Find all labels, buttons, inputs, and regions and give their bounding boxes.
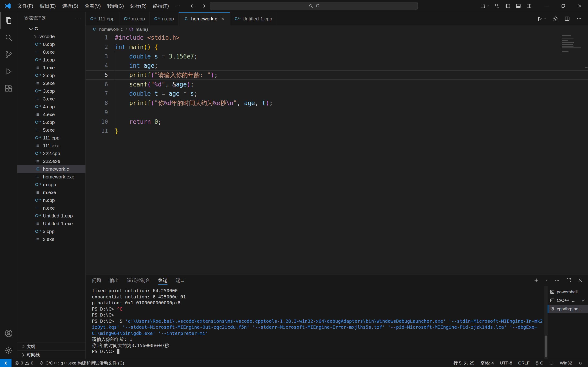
line-number[interactable]: 1 bbox=[86, 34, 108, 41]
menu-item-T[interactable]: 终端(T) bbox=[150, 1, 172, 11]
layout-panel-icon[interactable] bbox=[513, 3, 524, 9]
code-line-5[interactable]: 5 printf("请输入你的年龄: "); bbox=[86, 70, 588, 80]
tree-item-2.cpp[interactable]: C++2.cpp bbox=[17, 72, 86, 79]
layout-sidebar-left-icon[interactable] bbox=[502, 3, 513, 9]
tree-item-3.cpp[interactable]: C++3.cpp bbox=[17, 87, 86, 95]
tree-item-4.cpp[interactable]: C++4.cpp bbox=[17, 103, 86, 110]
code-editor[interactable]: 1#include <stdio.h>2int main() {3 double… bbox=[86, 33, 588, 275]
tab-homework.c[interactable]: Chomework.c bbox=[179, 12, 230, 25]
activitybar-run-debug-icon[interactable] bbox=[0, 63, 17, 80]
tree-item-111.exe[interactable]: ≡111.exe bbox=[17, 142, 86, 150]
forward-arrow-icon[interactable] bbox=[200, 3, 206, 9]
tree-item-111.cpp[interactable]: C++111.cpp bbox=[17, 134, 86, 142]
code-line-7[interactable]: 7 double t = age * s; bbox=[86, 89, 588, 98]
menu-more-icon[interactable]: ··· bbox=[172, 1, 183, 11]
minimap[interactable] bbox=[562, 35, 584, 55]
activitybar-extensions-icon[interactable] bbox=[0, 80, 17, 97]
tree-item-n.cpp[interactable]: C++n.cpp bbox=[17, 196, 86, 204]
code-line-1[interactable]: 1#include <stdio.h> bbox=[86, 33, 588, 42]
line-number[interactable]: 8 bbox=[86, 100, 108, 106]
remote-indicator[interactable] bbox=[0, 359, 11, 367]
code-line-8[interactable]: 8 printf("你%d年的时间大约为%e秒\n", age, t); bbox=[86, 98, 588, 108]
menu-item-E[interactable]: 编辑(E) bbox=[36, 1, 59, 11]
panel-tab-调试控制台[interactable]: 调试控制台 bbox=[127, 275, 150, 286]
line-number[interactable]: 5 bbox=[86, 72, 108, 78]
menu-item-S[interactable]: 选择(S) bbox=[59, 1, 82, 11]
panel-tab-终端[interactable]: 终端 bbox=[158, 275, 167, 286]
line-number[interactable]: 2 bbox=[86, 44, 108, 50]
panel-tab-问题[interactable]: 问题 bbox=[92, 275, 101, 286]
breadcrumb-file[interactable]: homework.c bbox=[99, 27, 123, 32]
tree-item-x.exe[interactable]: ≡x.exe bbox=[17, 235, 86, 243]
copilot-status[interactable] bbox=[546, 359, 557, 367]
panel-tab-输出[interactable]: 输出 bbox=[110, 275, 119, 286]
tree-item-n.exe[interactable]: ≡n.exe bbox=[17, 204, 86, 212]
terminal-instance-CC[interactable]: C/C++: ...✓ bbox=[548, 296, 588, 305]
activitybar-settings-icon[interactable] bbox=[0, 342, 17, 359]
tree-item-x.cpp[interactable]: C++x.cpp bbox=[17, 227, 86, 235]
close-panel-icon[interactable] bbox=[578, 277, 583, 283]
layout-customize-icon[interactable] bbox=[492, 3, 502, 9]
layout-sidebar-right-icon[interactable] bbox=[524, 3, 534, 9]
tab-m.cpp[interactable]: C++m.cpp bbox=[120, 12, 150, 25]
line-number[interactable]: 9 bbox=[86, 109, 108, 116]
breadcrumb-symbol[interactable]: main() bbox=[136, 27, 148, 32]
activitybar-explorer-icon[interactable] bbox=[0, 12, 17, 29]
restore-button[interactable] bbox=[555, 0, 571, 12]
more-icon[interactable] bbox=[554, 277, 560, 283]
cpp-build-status[interactable]: C/C++: g++.exe 构建和调试活动文件 (C) bbox=[36, 359, 127, 367]
code-line-4[interactable]: 4 int age; bbox=[86, 61, 588, 70]
new-terminal-icon[interactable] bbox=[534, 277, 539, 283]
code-line-2[interactable]: 2int main() { bbox=[86, 42, 588, 52]
close-button[interactable] bbox=[571, 0, 588, 12]
tree-item-homework.exe[interactable]: ≡homework.exe bbox=[17, 173, 86, 181]
explorer-more-actions-icon[interactable]: ··· bbox=[75, 16, 81, 21]
tree-item-homework.c[interactable]: Chomework.c bbox=[17, 165, 86, 173]
command-center-search[interactable]: C bbox=[210, 2, 418, 10]
tab-111.cpp[interactable]: C++111.cpp bbox=[86, 12, 120, 25]
activitybar-source-control-icon[interactable] bbox=[0, 46, 17, 63]
line-number[interactable]: 3 bbox=[86, 53, 108, 60]
sidebar-section-大纲[interactable]: 大纲 bbox=[17, 342, 86, 350]
tree-item-222.cpp[interactable]: C++222.cpp bbox=[17, 150, 86, 157]
language-mode[interactable]: {}C bbox=[533, 359, 546, 367]
eol[interactable]: CRLF bbox=[515, 359, 533, 367]
code-line-3[interactable]: 3 double s = 3.156e7; bbox=[86, 52, 588, 61]
more-icon[interactable] bbox=[576, 16, 582, 22]
line-number[interactable]: 7 bbox=[86, 90, 108, 97]
line-number[interactable]: 6 bbox=[86, 81, 108, 88]
tab-Untitled-1.cpp[interactable]: C++Untitled-1.cpp bbox=[230, 12, 277, 25]
notifications-bell[interactable] bbox=[575, 359, 586, 367]
split-editor-icon[interactable] bbox=[564, 16, 570, 22]
menu-item-F[interactable]: 文件(F) bbox=[14, 1, 36, 11]
minimize-button[interactable] bbox=[538, 0, 555, 12]
tree-root-folder[interactable]: C bbox=[17, 25, 86, 33]
terminal-output[interactable]: fixed-point notation: 64.250000exponenti… bbox=[86, 286, 544, 359]
code-line-11[interactable]: 11} bbox=[86, 126, 588, 136]
scrollbar-thumb[interactable] bbox=[545, 336, 547, 357]
line-number[interactable]: 10 bbox=[86, 119, 108, 125]
chevron-down-icon[interactable] bbox=[545, 279, 548, 282]
tree-item-3.exe[interactable]: ≡3.exe bbox=[17, 95, 86, 103]
terminal-instance-powershell[interactable]: powershell bbox=[548, 288, 588, 296]
terminal-scrollbar[interactable] bbox=[544, 286, 548, 359]
line-number[interactable]: 11 bbox=[86, 128, 108, 134]
encoding[interactable]: UTF-8 bbox=[497, 359, 515, 367]
tree-item-Untitled-1.exe[interactable]: ≡Untitled-1.exe bbox=[17, 220, 86, 227]
settings-icon[interactable] bbox=[552, 16, 558, 22]
indentation[interactable]: 空格: 4 bbox=[477, 359, 497, 367]
code-line-9[interactable]: 9 bbox=[86, 108, 588, 117]
tree-item-m.cpp[interactable]: C++m.cpp bbox=[17, 181, 86, 189]
tree-item-2.exe[interactable]: ≡2.exe bbox=[17, 79, 86, 87]
panel-tab-端口[interactable]: 端口 bbox=[176, 275, 185, 286]
tree-item-1.exe[interactable]: ≡1.exe bbox=[17, 64, 86, 72]
tree-item-.vscode[interactable]: .vscode bbox=[17, 33, 86, 40]
run-icon[interactable] bbox=[537, 16, 546, 22]
cursor-position[interactable]: 行 5, 列 25 bbox=[450, 359, 477, 367]
menu-item-V[interactable]: 查看(V) bbox=[82, 1, 104, 11]
tree-item-m.exe[interactable]: ≡m.exe bbox=[17, 189, 86, 196]
tree-item-1.cpp[interactable]: C++1.cpp bbox=[17, 56, 86, 64]
close-tab-icon[interactable] bbox=[221, 17, 225, 21]
back-arrow-icon[interactable] bbox=[190, 3, 196, 9]
tree-item-0.exe[interactable]: ≡0.exe bbox=[17, 48, 86, 56]
